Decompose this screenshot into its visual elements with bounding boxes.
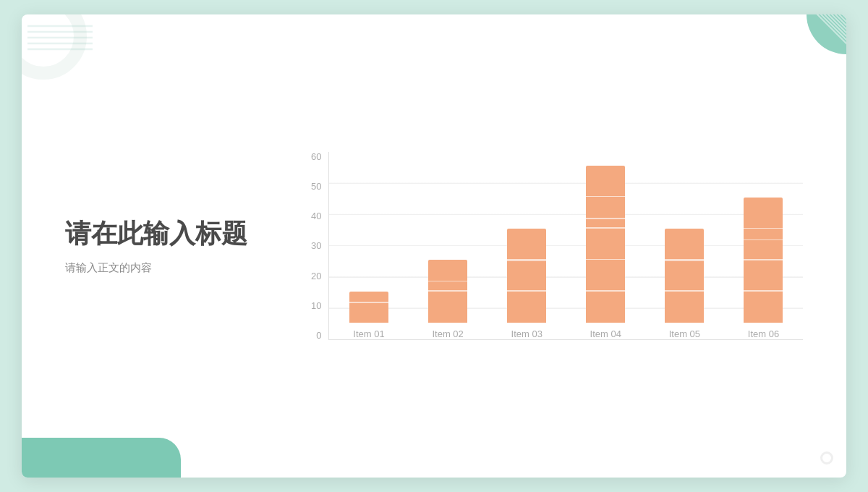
slide: 请在此输入标题 请输入正文的内容 60 50 40 30 20 10 0: [22, 14, 846, 478]
y-axis: 60 50 40 30 20 10 0: [311, 152, 321, 340]
bar-item03: [507, 229, 546, 323]
bar-label-6: Item 06: [748, 328, 779, 339]
bar-group-1: Item 01: [329, 292, 408, 339]
deco-bottom-right-circle: [820, 451, 833, 465]
left-panel: 请在此输入标题 请输入正文的内容: [65, 217, 297, 275]
bar-line: [744, 259, 783, 260]
bar-line: [744, 228, 783, 229]
bar-line: [428, 290, 467, 292]
bar-label-3: Item 03: [511, 328, 542, 339]
bar-line: [586, 227, 625, 229]
bar-item06: [744, 198, 783, 323]
page-title: 请在此输入标题: [65, 217, 268, 251]
y-label-10: 10: [311, 301, 321, 310]
bar-line: [744, 290, 783, 292]
bar-label-4: Item 04: [590, 328, 621, 339]
page-subtitle: 请输入正文的内容: [65, 261, 268, 275]
y-label-50: 50: [311, 182, 321, 191]
chart-area: 60 50 40 30 20 10 0 Item 01Item 02Item 0…: [311, 152, 803, 340]
bar-group-6: Item 06: [724, 198, 803, 339]
bar-line: [507, 259, 546, 260]
bar-item05: [665, 229, 704, 323]
bar-line: [586, 290, 625, 292]
y-label-0: 0: [316, 331, 321, 340]
bar-label-1: Item 01: [353, 328, 384, 339]
bar-label-5: Item 05: [669, 328, 700, 339]
bar-line: [665, 259, 704, 260]
y-label-20: 20: [311, 271, 321, 281]
chart-panel: 60 50 40 30 20 10 0 Item 01Item 02Item 0…: [297, 152, 803, 340]
y-label-60: 60: [311, 152, 321, 161]
bars-section: Item 01Item 02Item 03Item 04Item 05Item …: [328, 152, 803, 340]
bar-line: [507, 290, 546, 292]
deco-bottom-left-bar: [22, 438, 181, 478]
bar-line: [665, 290, 704, 292]
y-label-30: 30: [311, 241, 321, 250]
deco-top-left-lines: [27, 20, 93, 56]
bar-group-5: Item 05: [645, 229, 724, 339]
bars-row: Item 01Item 02Item 03Item 04Item 05Item …: [328, 152, 803, 340]
bar-line: [586, 196, 625, 198]
bar-item02: [428, 260, 467, 323]
bar-item04: [586, 166, 625, 323]
deco-top-right: [774, 14, 846, 87]
bar-group-2: Item 02: [409, 260, 488, 339]
bar-line: [586, 259, 625, 260]
bar-group-4: Item 04: [566, 166, 645, 339]
bar-label-2: Item 02: [432, 328, 463, 339]
bar-group-3: Item 03: [488, 229, 566, 339]
bar-item01: [349, 292, 388, 323]
y-label-40: 40: [311, 211, 321, 221]
